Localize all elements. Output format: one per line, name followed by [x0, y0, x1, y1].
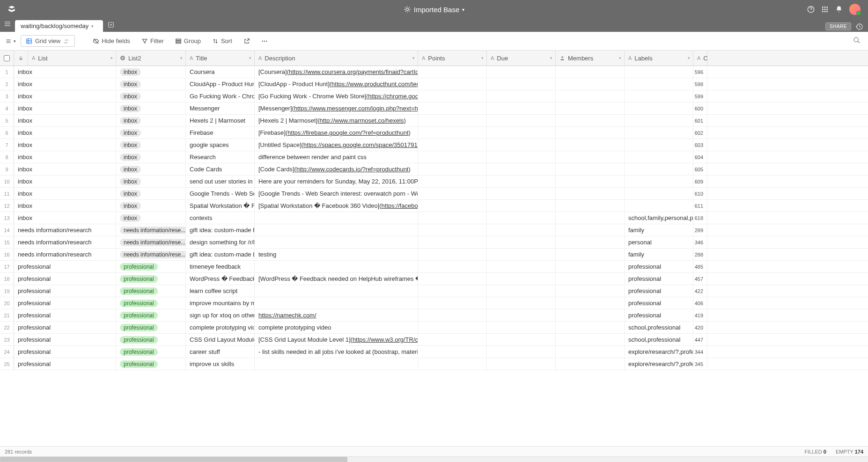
cell-list[interactable]: needs information/research [14, 236, 116, 248]
cell-due[interactable] [487, 261, 556, 272]
cell-title[interactable]: timeneye feedback [186, 261, 255, 272]
cell-card[interactable]: 605 [693, 163, 707, 175]
cell-list[interactable]: needs information/research [14, 224, 116, 236]
cell-description[interactable]: [Code Cards](http://www.codecards.io/?re… [255, 163, 418, 175]
cell-due[interactable] [487, 103, 556, 114]
table-row[interactable]: 16 needs information/research needs info… [0, 249, 868, 261]
cell-card[interactable]: 289 [693, 224, 707, 236]
cell-list[interactable]: professional [14, 297, 116, 309]
cell-list2[interactable]: professional [116, 346, 186, 358]
cell-due[interactable] [487, 188, 556, 199]
cell-list2[interactable]: needs information/rese... [116, 224, 186, 236]
cell-points[interactable] [418, 322, 487, 333]
cell-card[interactable]: 288 [693, 249, 707, 260]
cell-members[interactable] [556, 334, 625, 345]
cell-card[interactable]: 596 [693, 66, 707, 78]
cell-card[interactable]: 604 [693, 151, 707, 163]
cell-labels[interactable] [625, 176, 693, 187]
cell-due[interactable] [487, 151, 556, 163]
cell-points[interactable] [418, 358, 487, 370]
cell-points[interactable] [418, 103, 487, 114]
desc-link[interactable]: https://firebase.google.com/?ref=product… [287, 129, 408, 136]
cell-labels[interactable] [625, 115, 693, 126]
cell-card[interactable]: 601 [693, 115, 707, 126]
cell-points[interactable] [418, 66, 487, 78]
cell-points[interactable] [418, 212, 487, 224]
cell-list2[interactable]: inbox [116, 139, 186, 151]
cell-title[interactable]: improve mountains by ma... [186, 297, 255, 309]
group-button[interactable]: Group [170, 35, 206, 47]
cell-labels[interactable] [625, 151, 693, 163]
cell-list[interactable]: professional [14, 358, 116, 370]
cell-description[interactable] [255, 285, 418, 297]
cell-card[interactable]: 598 [693, 78, 707, 90]
column-header-title[interactable]: ATitle▾ [186, 51, 255, 66]
cell-due[interactable] [487, 322, 556, 333]
column-header-list[interactable]: AList▾ [28, 51, 116, 66]
cell-members[interactable] [556, 297, 625, 309]
cell-description[interactable]: [Firebase](https://firebase.google.com/?… [255, 127, 418, 139]
table-row[interactable]: 9 inbox inbox Code Cards [Code Cards](ht… [0, 163, 868, 176]
share-view-button[interactable] [239, 36, 255, 47]
cell-card[interactable]: 599 [693, 90, 707, 102]
cell-list2[interactable]: professional [116, 261, 186, 272]
table-row[interactable]: 5 inbox inbox Hexels 2 | Marmoset [Hexel… [0, 115, 868, 127]
cell-labels[interactable]: family [625, 224, 693, 236]
sort-button[interactable]: Sort [207, 35, 237, 47]
cell-list2[interactable]: inbox [116, 103, 186, 114]
cell-labels[interactable]: professional [625, 285, 693, 297]
table-row[interactable]: 7 inbox inbox google spaces [Untitled Sp… [0, 139, 868, 151]
cell-due[interactable] [487, 358, 556, 370]
cell-due[interactable] [487, 115, 556, 126]
cell-title[interactable]: Spatial Workstation � Face... [186, 200, 255, 212]
cell-members[interactable] [556, 249, 625, 260]
cell-points[interactable] [418, 90, 487, 102]
cell-list[interactable]: inbox [14, 139, 116, 151]
table-row[interactable]: 4 inbox inbox Messenger [Messenger](http… [0, 103, 868, 115]
cell-card[interactable]: 447 [693, 334, 707, 345]
bell-icon[interactable] [835, 6, 843, 13]
cell-members[interactable] [556, 236, 625, 248]
cell-description[interactable]: [Coursera](https://www.coursera.org/paym… [255, 66, 418, 78]
cell-members[interactable] [556, 224, 625, 236]
cell-list2[interactable]: professional [116, 334, 186, 345]
column-header-members[interactable]: Members▾ [556, 51, 625, 66]
cell-description[interactable]: [Go Fucking Work - Chrome Web Store](htt… [255, 90, 418, 102]
table-row[interactable]: 20 professional professional improve mou… [0, 297, 868, 309]
cell-title[interactable]: google spaces [186, 139, 255, 151]
cell-description[interactable]: [CSS Grid Layout Module Level 1](https:/… [255, 334, 418, 345]
column-header-labels[interactable]: ALabels▾ [625, 51, 693, 66]
cell-labels[interactable] [625, 78, 693, 90]
cell-points[interactable] [418, 139, 487, 151]
cell-points[interactable] [418, 249, 487, 260]
cell-title[interactable]: Google Trends - Web Searc... [186, 188, 255, 199]
cell-card[interactable]: 406 [693, 297, 707, 309]
grid-container[interactable]: AList▾ List2▾ ATitle▾ ADescription▾ APoi… [0, 51, 868, 446]
cell-list2[interactable]: inbox [116, 115, 186, 126]
cell-list2[interactable]: inbox [116, 163, 186, 175]
cell-due[interactable] [487, 212, 556, 224]
cell-points[interactable] [418, 188, 487, 199]
cell-title[interactable]: CloudApp - Product Hunt [186, 78, 255, 90]
cell-list[interactable]: inbox [14, 103, 116, 114]
cell-members[interactable] [556, 163, 625, 175]
cell-title[interactable]: Messenger [186, 103, 255, 114]
cell-due[interactable] [487, 273, 556, 285]
cell-title[interactable]: sign up for xtoq on other si... [186, 309, 255, 321]
user-avatar[interactable] [849, 4, 861, 15]
cell-points[interactable] [418, 127, 487, 139]
table-row[interactable]: 23 professional professional CSS Grid La… [0, 334, 868, 346]
cell-list[interactable]: professional [14, 334, 116, 345]
cell-title[interactable]: send out user stories in slack [186, 176, 255, 187]
column-header-description[interactable]: ADescription▾ [255, 51, 418, 66]
views-menu-button[interactable]: ▾ [3, 36, 19, 46]
cell-list[interactable]: inbox [14, 90, 116, 102]
table-row[interactable]: 18 professional professional WordPress �… [0, 273, 868, 285]
cell-labels[interactable]: professional [625, 273, 693, 285]
cell-labels[interactable]: explore/research/?,professi... [625, 346, 693, 358]
select-all-checkbox[interactable] [0, 51, 14, 66]
table-row[interactable]: 21 professional professional sign up for… [0, 309, 868, 322]
hide-fields-button[interactable]: Hide fields [88, 35, 135, 47]
cell-members[interactable] [556, 322, 625, 333]
cell-list2[interactable]: professional [116, 273, 186, 285]
